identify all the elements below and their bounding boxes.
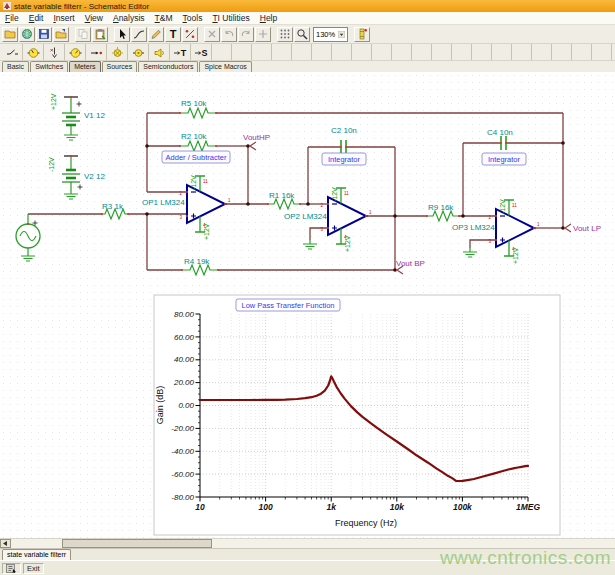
edit-mode-panel[interactable] [2, 563, 21, 574]
wire[interactable] [310, 228, 328, 240]
x-tick-label: 1MEG [516, 502, 540, 512]
select-tool-button[interactable] [114, 27, 130, 42]
terminal-mark [186, 191, 188, 193]
component-list-button[interactable] [354, 27, 370, 42]
status-exit-label[interactable]: Exit [23, 563, 44, 574]
menu-item-help[interactable]: Help [255, 13, 282, 23]
label-op2-vminus[interactable]: -12V [331, 187, 338, 202]
block-adder-label[interactable]: Adder / Subtracter [166, 153, 227, 162]
svg-text:1: 1 [369, 210, 372, 215]
terminal-mark [505, 142, 507, 144]
tab-basic[interactable]: Basic [2, 61, 29, 72]
label-op1-vminus[interactable]: -12V [190, 175, 197, 190]
terminal-mark [495, 239, 497, 241]
menu-item-edit[interactable]: Edit [24, 13, 49, 23]
crosshair-button[interactable] [255, 27, 271, 42]
open-button[interactable] [2, 27, 18, 42]
shape-tool-button[interactable] [182, 27, 198, 42]
label-r4[interactable]: R4 19k [184, 257, 210, 266]
menu-bar: FileEditInsertViewAnalysisT&MToolsTI Uti… [0, 12, 615, 25]
resistor-symbol[interactable] [268, 199, 300, 209]
redo-button[interactable] [238, 27, 254, 42]
menu-item-analysis[interactable]: Analysis [108, 13, 150, 23]
label-c4[interactable]: C4 10n [487, 128, 513, 137]
label-plus12-v1[interactable]: +12V [50, 93, 57, 110]
undo-button[interactable] [221, 27, 237, 42]
voltage-pin-button[interactable] [44, 44, 65, 60]
indicator-button[interactable] [128, 44, 149, 60]
grid-toggle-button[interactable] [277, 27, 293, 42]
open-web-button[interactable] [19, 27, 35, 42]
label-r2[interactable]: R2 10k [181, 132, 207, 141]
label-voutlp[interactable]: Vout LP [573, 224, 601, 233]
delete-button[interactable] [204, 27, 220, 42]
resistor-symbol[interactable] [182, 265, 218, 275]
label-minus12-v2[interactable]: -12V [48, 157, 55, 172]
t-meter-button[interactable]: T [170, 44, 191, 60]
resistor-symbol[interactable] [427, 211, 459, 221]
export-button[interactable] [53, 27, 69, 42]
label-r1[interactable]: R1 16k [269, 191, 295, 200]
speaker-button[interactable] [149, 44, 170, 60]
tab-spice-macros[interactable]: Spice Macros [199, 61, 251, 72]
menu-item-t-m[interactable]: T&M [150, 13, 178, 23]
y-tick-label: 0.00 [178, 401, 194, 410]
label-op3[interactable]: OP3 LM324 [452, 223, 495, 232]
terminal-mark [217, 269, 219, 271]
lamp-button[interactable] [107, 44, 128, 60]
save-button[interactable] [36, 27, 52, 42]
document-tab[interactable]: state variable filterr [2, 549, 71, 560]
label-op2[interactable]: OP2 LM324 [284, 212, 327, 221]
switch-button[interactable] [2, 44, 23, 60]
tab-sources[interactable]: Sources [102, 61, 138, 72]
ground-symbol[interactable] [463, 248, 477, 257]
resistor-symbol[interactable] [180, 108, 216, 118]
current-probe-button[interactable] [86, 44, 107, 60]
menu-item-tools[interactable]: Tools [178, 13, 208, 23]
s-meter-button[interactable]: S [191, 44, 212, 60]
tab-switches[interactable]: Switches [30, 61, 68, 72]
ammeter-button[interactable] [65, 44, 86, 60]
label-c2[interactable]: C2 10n [331, 126, 357, 135]
text-tool-button[interactable]: T [165, 27, 181, 42]
label-op1[interactable]: OP1 LM324 [142, 198, 185, 207]
terminal-mark [327, 203, 329, 205]
draw-tool-button[interactable] [148, 27, 164, 42]
voltmeter-button[interactable] [23, 44, 44, 60]
paste-button[interactable] [92, 27, 108, 42]
label-v1[interactable]: V1 12 [84, 111, 105, 120]
ground-symbol[interactable] [64, 190, 78, 199]
wire[interactable] [470, 240, 496, 248]
wire-tool-button[interactable] [131, 27, 147, 42]
chart-frame[interactable] [154, 295, 560, 535]
terminal-mark [70, 155, 72, 157]
hscroll-thumb[interactable] [62, 539, 212, 548]
label-vouthp[interactable]: VoutHP [243, 133, 270, 142]
menu-item-file[interactable]: File [0, 13, 24, 23]
label-r3[interactable]: R3 1k [102, 202, 124, 211]
resistor-symbol[interactable] [180, 141, 216, 151]
label-v2[interactable]: V2 12 [84, 172, 105, 181]
label-r9[interactable]: R9 16k [428, 203, 454, 212]
hscroll-left-button[interactable] [0, 539, 11, 548]
ammeter-icon [69, 46, 82, 59]
ground-symbol[interactable] [64, 131, 78, 140]
junction-dot [145, 212, 149, 216]
label-r5[interactable]: R5 10k [181, 99, 207, 108]
ground-symbol[interactable] [21, 252, 35, 261]
label-op3-vminus[interactable]: -12V [499, 199, 506, 214]
menu-item-ti-utilities[interactable]: TI Utilities [207, 13, 254, 23]
ground-symbol[interactable] [303, 240, 317, 249]
block-integrator2-label[interactable]: Integrator [488, 155, 521, 164]
zoom-button[interactable] [294, 27, 310, 42]
schematic-canvas[interactable]: V1 12 V2 12 R3 1k R5 10k R2 10k R4 19k R… [0, 72, 615, 538]
zoom-level-select[interactable]: 130% [313, 27, 348, 42]
tab-semiconductors[interactable]: Semiconductors [138, 61, 198, 72]
tab-meters[interactable]: Meters [69, 61, 100, 72]
x-tick-label: 1k [326, 502, 337, 512]
menu-item-view[interactable]: View [80, 13, 108, 23]
menu-item-insert[interactable]: Insert [48, 13, 79, 23]
block-integrator1-label[interactable]: Integrator [328, 155, 361, 164]
label-voutbp[interactable]: Vout BP [396, 259, 425, 268]
copy-button[interactable] [75, 27, 91, 42]
